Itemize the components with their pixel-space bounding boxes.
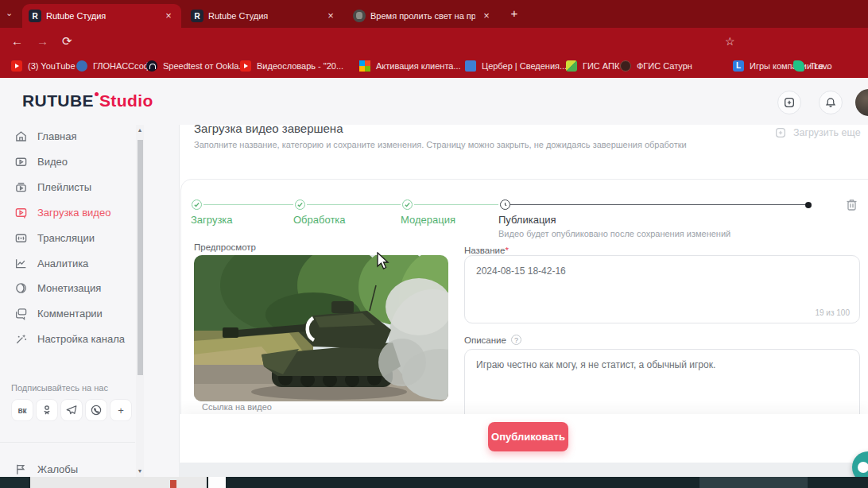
studio-header: RUTUBEStudio [0,78,868,125]
step-connector [203,204,293,205]
new-tab-button[interactable]: + [507,6,521,21]
home-icon [14,130,28,143]
sidebar-item-broadcasts[interactable]: Трансляции [0,225,134,250]
cerber-icon [465,60,476,72]
title-field: 19 из 100 [464,255,860,323]
refresh-icon[interactable]: ⟳ [62,34,72,48]
char-counter: 19 из 100 [815,308,850,317]
subscribe-label: Подписывайтесь на нас [11,383,108,393]
bookmark-item[interactable]: (3) YouTube [11,60,76,72]
step-done-icon [402,199,413,210]
publish-button[interactable]: Опубликовать [488,422,568,451]
playlists-icon [14,180,28,194]
step-label-publication: Публикация [498,214,556,226]
sidebar: Главная Видео Плейлисты Загрузка видео Т… [0,125,179,477]
plus-square-icon [783,96,796,109]
taskbar-search-box[interactable] [30,477,207,488]
tab-close-icon[interactable]: × [162,10,175,22]
sidebar-item-upload-video[interactable]: Загрузка видео [0,199,134,225]
required-asterisk: * [505,246,508,255]
browser-tab-2[interactable]: R Rutube Студия × [184,4,343,28]
create-upload-button[interactable] [777,91,801,114]
sidebar-divider [0,442,135,443]
page-title: Загрузка видео завершена [194,125,343,135]
odnoklassniki-icon[interactable] [36,399,58,421]
step-clock-icon [500,199,510,210]
scrollbar-thumb[interactable] [138,140,143,375]
tab-close-icon[interactable]: × [480,10,493,22]
microsoft-icon [359,60,370,72]
bookmark-item[interactable]: ГИС АПК [566,60,619,72]
sidebar-item-playlists[interactable]: Плейлисты [0,174,134,199]
upload-video-icon [14,206,28,219]
title-input[interactable] [465,256,859,323]
video-icon [14,155,28,168]
bookmark-item[interactable]: Speedtest от Ookla... [146,60,246,72]
forward-icon[interactable]: → [37,34,48,48]
step-connector-pending [507,204,808,205]
youtube-icon [240,60,251,72]
bookmark-item[interactable]: ГЛОНАССсофт [76,60,155,72]
sidebar-item-monetization[interactable]: Монетизация [0,275,134,300]
telegram-icon[interactable] [60,399,83,421]
trovo-icon [793,60,804,72]
viber-icon[interactable] [85,399,107,421]
bookmark-item[interactable]: ФГИС Сатурн [620,60,692,72]
browser-tab-1[interactable]: R Rutube Студия × [22,4,181,28]
sidebar-item-home[interactable]: Главная [0,123,134,149]
tank-thumbnail-image [194,255,448,401]
bookmark-item[interactable]: Активация клиента... [359,60,461,72]
step-label-processing: Обработка [293,214,346,226]
browser-toolbar: ← → ⟳ studio.rutube.ru/uploader ☆ [0,28,868,54]
notifications-button[interactable] [819,91,843,114]
browser-tab-3[interactable]: Время пролить свет на прош... × [347,4,499,28]
gis-apk-icon [566,60,577,72]
sidebar-item-channel-settings[interactable]: Настройка канала [0,326,134,351]
taskbar-tray-segment [699,477,808,488]
delete-trash-icon[interactable] [844,197,859,212]
bookmark-star-icon[interactable]: ☆ [725,35,735,48]
sidebar-item-videos[interactable]: Видео [0,149,134,174]
uploader-content: Загрузка видео завершена Заполните назва… [179,125,868,463]
tab-search-chevron-icon[interactable]: ⌄ [6,8,13,18]
add-social-button[interactable]: + [110,399,132,421]
monetization-icon [14,281,28,295]
tab-title: Rutube Студия [46,11,157,21]
plus-square-icon [774,126,787,139]
tab-title: Rutube Студия [208,11,320,21]
step-label-upload: Загрузка [191,214,233,226]
lesta-icon: L [733,60,744,72]
bookmark-item[interactable]: Trovo [793,60,832,72]
scroll-up-icon[interactable]: ▲ [136,127,144,133]
vk-icon[interactable]: вк [11,399,33,421]
sidebar-item-comments[interactable]: Комментарии [0,300,134,326]
publication-note: Видео будет опубликовано после сохранени… [498,229,730,238]
sidebar-item-analytics[interactable]: Аналитика [0,250,134,276]
step-done-icon [295,199,305,210]
taskbar [0,477,868,488]
broadcast-icon [14,231,28,245]
mouse-cursor [377,252,391,271]
bell-icon [824,96,837,109]
video-link-label: Ссылка на видео [202,402,272,412]
sidebar-scrollbar[interactable]: ▲ ▼ [136,125,144,477]
scroll-down-icon[interactable]: ▼ [136,468,144,474]
bookmark-item[interactable]: Видеословарь - "20... [240,60,343,72]
magic-wand-icon [14,332,28,346]
user-avatar[interactable] [855,89,868,116]
rutube-studio-logo[interactable]: RUTUBEStudio [22,91,153,110]
back-icon[interactable]: ← [11,34,23,48]
comments-icon [14,307,28,320]
bookmark-item[interactable]: Цербер | Сведения... [465,60,567,72]
logo-dot [95,92,99,96]
rutube-favicon: R [191,10,203,22]
upload-more-button[interactable]: Загрузить еще [774,126,861,139]
taskbar-search-icon [170,480,176,488]
preview-label: Предпросмотр [194,242,256,252]
help-icon[interactable]: ? [511,335,521,345]
tab-close-icon[interactable]: × [324,10,337,22]
step-connector [307,204,401,205]
step-end-dot [805,202,812,208]
speedtest-icon [146,60,157,72]
youtube-icon [11,60,22,72]
